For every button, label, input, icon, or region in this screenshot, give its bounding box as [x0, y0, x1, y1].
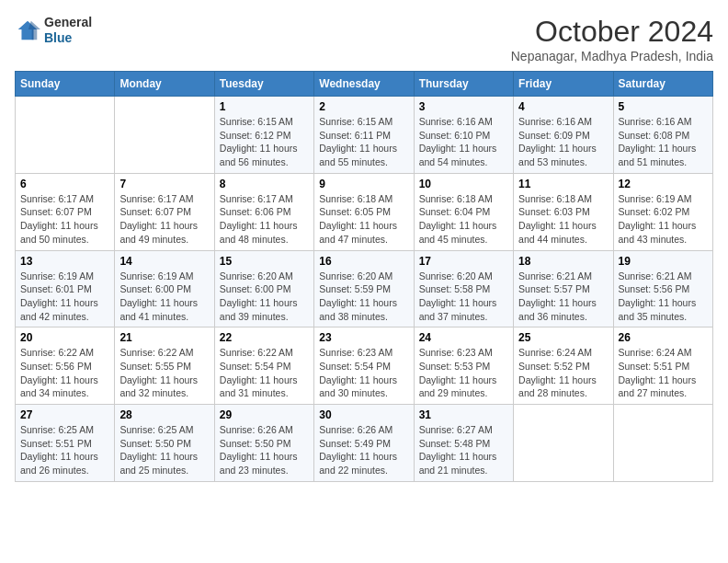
day-info: Sunrise: 6:27 AM Sunset: 5:48 PM Dayligh… [419, 423, 508, 477]
calendar-day-cell: 3Sunrise: 6:16 AM Sunset: 6:10 PM Daylig… [414, 97, 513, 174]
day-number: 29 [220, 408, 309, 421]
day-number: 25 [518, 331, 608, 344]
calendar-table: SundayMondayTuesdayWednesdayThursdayFrid… [15, 71, 713, 482]
calendar-day-cell: 21Sunrise: 6:22 AM Sunset: 5:55 PM Dayli… [115, 327, 214, 405]
day-info: Sunrise: 6:18 AM Sunset: 6:03 PM Dayligh… [518, 192, 608, 247]
calendar-day-cell: 11Sunrise: 6:18 AM Sunset: 6:03 PM Dayli… [514, 173, 613, 250]
weekday-header-friday: Friday [514, 72, 613, 97]
day-number: 12 [619, 178, 708, 190]
day-number: 28 [119, 408, 209, 421]
day-info: Sunrise: 6:23 AM Sunset: 5:53 PM Dayligh… [419, 346, 508, 400]
calendar-day-cell: 9Sunrise: 6:18 AM Sunset: 6:05 PM Daylig… [314, 173, 414, 250]
day-info: Sunrise: 6:24 AM Sunset: 5:52 PM Dayligh… [518, 346, 608, 400]
day-info: Sunrise: 6:19 AM Sunset: 6:01 PM Dayligh… [20, 270, 109, 324]
day-info: Sunrise: 6:22 AM Sunset: 5:56 PM Dayligh… [20, 346, 109, 400]
day-number: 17 [419, 255, 508, 268]
weekday-header-saturday: Saturday [613, 72, 712, 97]
calendar-day-cell: 12Sunrise: 6:19 AM Sunset: 6:02 PM Dayli… [613, 173, 712, 250]
day-number: 22 [220, 331, 309, 344]
day-number: 16 [319, 255, 408, 268]
calendar-day-cell: 15Sunrise: 6:20 AM Sunset: 6:00 PM Dayli… [214, 250, 313, 327]
day-number: 10 [419, 178, 508, 190]
calendar-week-row: 13Sunrise: 6:19 AM Sunset: 6:01 PM Dayli… [16, 250, 713, 327]
day-number: 5 [619, 100, 708, 113]
day-number: 2 [319, 100, 408, 113]
logo: General Blue [15, 15, 92, 46]
day-info: Sunrise: 6:23 AM Sunset: 5:54 PM Dayligh… [319, 346, 408, 400]
calendar-day-cell: 4Sunrise: 6:16 AM Sunset: 6:09 PM Daylig… [514, 97, 613, 174]
day-info: Sunrise: 6:25 AM Sunset: 5:51 PM Dayligh… [20, 423, 109, 477]
calendar-day-cell: 2Sunrise: 6:15 AM Sunset: 6:11 PM Daylig… [314, 97, 414, 174]
calendar-day-cell: 5Sunrise: 6:16 AM Sunset: 6:08 PM Daylig… [613, 97, 712, 174]
day-info: Sunrise: 6:17 AM Sunset: 6:06 PM Dayligh… [220, 192, 309, 247]
day-info: Sunrise: 6:24 AM Sunset: 5:51 PM Dayligh… [619, 346, 708, 400]
logo-icon [15, 17, 40, 43]
day-number: 27 [20, 408, 109, 421]
calendar-day-cell: 31Sunrise: 6:27 AM Sunset: 5:48 PM Dayli… [414, 405, 513, 482]
calendar-day-cell [613, 405, 712, 482]
title-block: October 2024 Nepanagar, Madhya Pradesh, … [511, 15, 713, 63]
day-info: Sunrise: 6:20 AM Sunset: 5:58 PM Dayligh… [419, 270, 508, 324]
day-number: 23 [319, 331, 408, 344]
day-number: 13 [20, 255, 109, 268]
calendar-week-row: 27Sunrise: 6:25 AM Sunset: 5:51 PM Dayli… [16, 405, 713, 482]
day-info: Sunrise: 6:19 AM Sunset: 6:02 PM Dayligh… [619, 192, 708, 247]
day-number: 31 [419, 408, 508, 421]
calendar-day-cell: 29Sunrise: 6:26 AM Sunset: 5:50 PM Dayli… [214, 405, 313, 482]
calendar-day-cell: 1Sunrise: 6:15 AM Sunset: 6:12 PM Daylig… [214, 97, 313, 174]
page-header: General Blue October 2024 Nepanagar, Mad… [15, 15, 713, 63]
calendar-day-cell [514, 405, 613, 482]
day-info: Sunrise: 6:26 AM Sunset: 5:49 PM Dayligh… [319, 423, 408, 477]
day-number: 1 [220, 100, 309, 113]
day-info: Sunrise: 6:20 AM Sunset: 6:00 PM Dayligh… [220, 270, 309, 324]
calendar-day-cell: 19Sunrise: 6:21 AM Sunset: 5:56 PM Dayli… [613, 250, 712, 327]
day-number: 7 [119, 178, 209, 190]
calendar-day-cell: 7Sunrise: 6:17 AM Sunset: 6:07 PM Daylig… [115, 173, 214, 250]
day-number: 21 [119, 331, 209, 344]
calendar-day-cell: 23Sunrise: 6:23 AM Sunset: 5:54 PM Dayli… [314, 327, 414, 405]
calendar-day-cell: 27Sunrise: 6:25 AM Sunset: 5:51 PM Dayli… [16, 405, 115, 482]
calendar-day-cell: 17Sunrise: 6:20 AM Sunset: 5:58 PM Dayli… [414, 250, 513, 327]
day-info: Sunrise: 6:19 AM Sunset: 6:00 PM Dayligh… [119, 270, 209, 324]
weekday-header-monday: Monday [115, 72, 214, 97]
month-title: October 2024 [511, 15, 713, 49]
calendar-day-cell: 30Sunrise: 6:26 AM Sunset: 5:49 PM Dayli… [314, 405, 414, 482]
calendar-day-cell: 14Sunrise: 6:19 AM Sunset: 6:00 PM Dayli… [115, 250, 214, 327]
logo-general: General [44, 15, 92, 30]
day-info: Sunrise: 6:16 AM Sunset: 6:10 PM Dayligh… [419, 115, 508, 169]
day-info: Sunrise: 6:26 AM Sunset: 5:50 PM Dayligh… [220, 423, 309, 477]
day-info: Sunrise: 6:16 AM Sunset: 6:09 PM Dayligh… [518, 115, 608, 169]
day-info: Sunrise: 6:15 AM Sunset: 6:12 PM Dayligh… [220, 115, 309, 169]
weekday-header-row: SundayMondayTuesdayWednesdayThursdayFrid… [16, 72, 713, 97]
location: Nepanagar, Madhya Pradesh, India [511, 49, 713, 63]
day-info: Sunrise: 6:18 AM Sunset: 6:04 PM Dayligh… [419, 192, 508, 247]
logo-blue: Blue [44, 30, 92, 46]
logo-text: General Blue [44, 15, 92, 46]
day-info: Sunrise: 6:18 AM Sunset: 6:05 PM Dayligh… [319, 192, 408, 247]
day-number: 24 [419, 331, 508, 344]
calendar-day-cell: 26Sunrise: 6:24 AM Sunset: 5:51 PM Dayli… [613, 327, 712, 405]
calendar-week-row: 1Sunrise: 6:15 AM Sunset: 6:12 PM Daylig… [16, 97, 713, 174]
calendar-day-cell: 10Sunrise: 6:18 AM Sunset: 6:04 PM Dayli… [414, 173, 513, 250]
calendar-day-cell: 28Sunrise: 6:25 AM Sunset: 5:50 PM Dayli… [115, 405, 214, 482]
day-info: Sunrise: 6:21 AM Sunset: 5:56 PM Dayligh… [619, 270, 708, 324]
calendar-day-cell: 18Sunrise: 6:21 AM Sunset: 5:57 PM Dayli… [514, 250, 613, 327]
calendar-day-cell: 24Sunrise: 6:23 AM Sunset: 5:53 PM Dayli… [414, 327, 513, 405]
day-number: 4 [518, 100, 608, 113]
day-number: 9 [319, 178, 408, 190]
calendar-day-cell: 8Sunrise: 6:17 AM Sunset: 6:06 PM Daylig… [214, 173, 313, 250]
day-number: 20 [20, 331, 109, 344]
day-info: Sunrise: 6:25 AM Sunset: 5:50 PM Dayligh… [119, 423, 209, 477]
day-number: 19 [619, 255, 708, 268]
day-info: Sunrise: 6:17 AM Sunset: 6:07 PM Dayligh… [20, 192, 109, 247]
day-number: 14 [119, 255, 209, 268]
calendar-day-cell [115, 97, 214, 174]
day-number: 6 [20, 178, 109, 190]
day-number: 18 [518, 255, 608, 268]
day-info: Sunrise: 6:17 AM Sunset: 6:07 PM Dayligh… [119, 192, 209, 247]
calendar-day-cell: 16Sunrise: 6:20 AM Sunset: 5:59 PM Dayli… [314, 250, 414, 327]
calendar-day-cell: 20Sunrise: 6:22 AM Sunset: 5:56 PM Dayli… [16, 327, 115, 405]
day-number: 26 [619, 331, 708, 344]
weekday-header-tuesday: Tuesday [214, 72, 313, 97]
weekday-header-sunday: Sunday [16, 72, 115, 97]
